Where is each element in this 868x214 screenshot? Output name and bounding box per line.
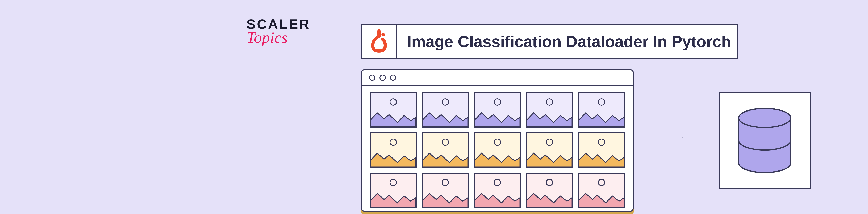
mountain-icon — [475, 109, 520, 127]
image-thumbnail — [422, 133, 469, 168]
svg-point-4 — [739, 108, 791, 128]
image-thumbnail — [422, 92, 469, 128]
window-titlebar — [362, 70, 632, 86]
sun-icon — [598, 98, 605, 106]
sun-icon — [442, 179, 449, 186]
svg-marker-2 — [683, 137, 684, 138]
image-thumbnail — [474, 92, 521, 128]
database-icon — [736, 108, 793, 173]
mountain-icon — [371, 150, 416, 167]
mountain-icon — [527, 190, 572, 207]
database-container — [719, 92, 811, 189]
image-row-purple — [370, 92, 625, 128]
image-thumbnail — [370, 173, 416, 208]
image-thumbnail — [370, 133, 416, 168]
sun-icon — [390, 179, 397, 186]
sun-icon — [442, 98, 449, 106]
mountain-icon — [475, 150, 520, 167]
logo-line-2: Topics — [247, 30, 311, 45]
title-text: Image Classification Dataloader In Pytor… — [397, 33, 737, 51]
mountain-icon — [527, 150, 572, 167]
sun-icon — [546, 139, 553, 146]
sun-icon — [390, 139, 397, 146]
image-row-yellow — [370, 133, 625, 168]
diagram-container: SCALER Topics Image Classification Datal… — [226, 0, 816, 214]
window-control-dot — [379, 75, 386, 81]
window-control-dot — [369, 75, 375, 81]
mountain-icon — [423, 109, 468, 127]
image-thumbnail — [578, 92, 625, 128]
image-thumbnail — [422, 173, 469, 208]
mountain-icon — [579, 109, 624, 127]
mountain-icon — [579, 150, 624, 167]
mountain-icon — [371, 190, 416, 207]
image-row-pink — [370, 173, 625, 208]
mountain-icon — [423, 150, 468, 167]
mountain-icon — [371, 109, 416, 127]
window-control-dot — [390, 75, 396, 81]
sun-icon — [442, 139, 449, 146]
image-thumbnail — [526, 133, 573, 168]
pytorch-icon — [362, 24, 397, 59]
sun-icon — [390, 98, 397, 106]
sun-icon — [494, 139, 501, 146]
image-grid — [362, 86, 632, 212]
title-bar: Image Classification Dataloader In Pytor… — [361, 24, 738, 59]
scaler-topics-logo: SCALER Topics — [247, 17, 311, 45]
sun-icon — [546, 179, 553, 186]
sun-icon — [494, 179, 501, 186]
image-thumbnail — [578, 173, 625, 208]
image-gallery-window — [361, 69, 633, 212]
mountain-icon — [579, 190, 624, 207]
mountain-icon — [423, 190, 468, 207]
image-thumbnail — [370, 92, 416, 128]
image-thumbnail — [474, 133, 521, 168]
svg-point-0 — [381, 33, 385, 36]
image-thumbnail — [578, 133, 625, 168]
mountain-icon — [475, 190, 520, 207]
image-thumbnail — [474, 173, 521, 208]
sun-icon — [598, 179, 605, 186]
arrow-icon — [649, 137, 708, 139]
sun-icon — [546, 98, 553, 106]
sun-icon — [598, 139, 605, 146]
mountain-icon — [527, 109, 572, 127]
image-thumbnail — [526, 92, 573, 128]
image-thumbnail — [526, 173, 573, 208]
sun-icon — [494, 98, 501, 106]
